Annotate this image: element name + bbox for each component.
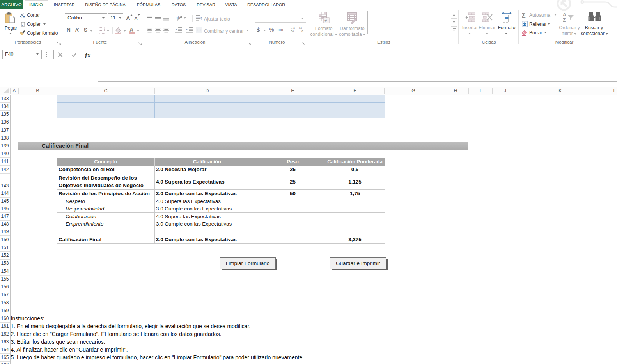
svg-text:fx: fx xyxy=(85,52,91,58)
svg-text:Σ: Σ xyxy=(522,12,526,18)
svg-text:.00: .00 xyxy=(290,30,294,33)
svg-text:A: A xyxy=(134,16,138,21)
svg-text:A: A xyxy=(126,15,130,21)
svg-text:≠: ≠ xyxy=(324,18,327,23)
svg-text:←.0: ←.0 xyxy=(290,27,295,30)
svg-text:ab: ab xyxy=(176,15,180,20)
svg-text:.00: .00 xyxy=(298,27,302,30)
svg-text:→.0: →.0 xyxy=(298,30,303,33)
svg-text:Z: Z xyxy=(563,18,566,23)
